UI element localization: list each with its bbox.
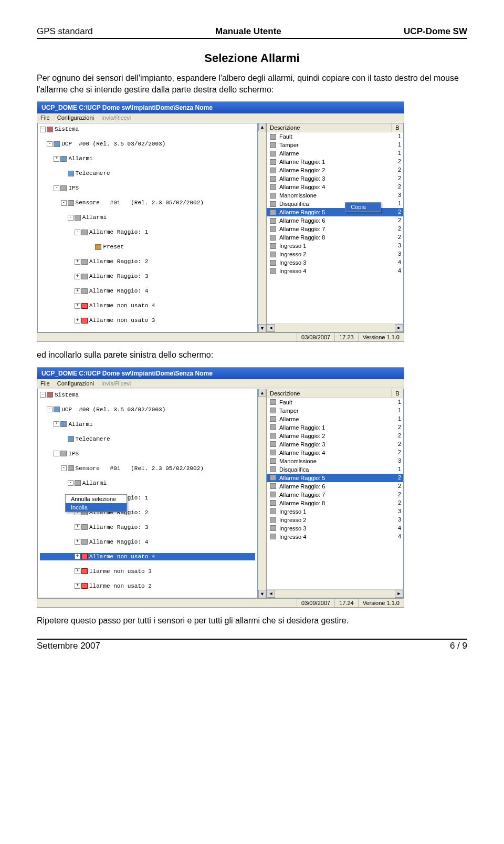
tree-item[interactable]: -Allarmi — [40, 480, 255, 487]
tree-item[interactable]: +Allarme non usato 1 — [40, 597, 255, 598]
tree-item[interactable]: Telecamere — [40, 435, 255, 443]
tree-item[interactable]: -Sistema — [40, 391, 255, 399]
col-b[interactable]: B — [392, 123, 403, 132]
tree-pane[interactable]: -Sistema -UCP #00 (Rel. 3.5 03/02/2003) … — [37, 123, 258, 332]
list-row[interactable]: Manomissione3 — [267, 191, 403, 200]
tree-expand-icon[interactable]: + — [75, 318, 80, 324]
list-row[interactable]: Manomissione3 — [267, 457, 403, 465]
list-row[interactable]: Allarme1 — [267, 149, 403, 158]
tree-item[interactable]: -UCP #00 (Rel. 3.5 03/02/2003) — [40, 406, 255, 413]
tree-expand-icon[interactable]: - — [47, 141, 52, 147]
tree-pane[interactable]: -Sistema -UCP #00 (Rel. 3.5 03/02/2003) … — [37, 389, 258, 598]
tree-expand-icon[interactable]: - — [61, 200, 67, 206]
list-row[interactable]: Allarme Raggio: 62 — [267, 482, 403, 491]
tree-expand-icon[interactable]: + — [54, 156, 59, 162]
tree-item[interactable]: +Allarme Raggio: 3 — [40, 524, 255, 531]
list-row[interactable]: Allarme Raggio: 12 — [267, 423, 403, 432]
tree-item[interactable]: Preset — [40, 243, 255, 251]
tree-item[interactable]: Telecamere — [40, 170, 255, 177]
list-row[interactable]: Ingresso 23 — [267, 516, 403, 524]
tree-item[interactable]: +Allarmi — [40, 155, 255, 162]
list-row[interactable]: Allarme Raggio: 72 — [267, 491, 403, 499]
list-hscroll[interactable]: ◄ ► — [267, 589, 403, 598]
tree-expand-icon[interactable]: - — [40, 392, 46, 398]
ctx-item-annulla[interactable]: Annulla selezione — [66, 495, 127, 503]
list-row[interactable]: Ingresso 23 — [267, 250, 403, 258]
menu-config[interactable]: Configurazioni — [57, 114, 94, 121]
list-row[interactable]: Ingresso 13 — [267, 507, 403, 516]
list-row[interactable]: Disqualifica1 — [267, 465, 403, 474]
tree-item[interactable]: +Allarme Raggio: 2 — [40, 258, 255, 265]
list-row[interactable]: Ingresso 44 — [267, 267, 403, 275]
tree-expand-icon[interactable]: + — [75, 274, 80, 279]
tree-expand-icon[interactable]: - — [75, 230, 80, 235]
tree-expand-icon[interactable]: - — [54, 185, 59, 191]
list-row[interactable]: Allarme Raggio: 62 — [267, 216, 403, 225]
tree-expand-icon[interactable]: + — [75, 259, 80, 265]
list-row[interactable]: Tamper1 — [267, 407, 403, 415]
tree-item[interactable]: +Allarmi — [40, 421, 255, 428]
list-row[interactable]: Allarme Raggio: 52 — [267, 474, 403, 482]
tree-item[interactable]: -Sistema — [40, 126, 255, 133]
list-row[interactable]: Allarme Raggio: 22 — [267, 432, 403, 440]
tree-expand-icon[interactable]: - — [61, 465, 67, 471]
list-row[interactable]: Allarme Raggio: 82 — [267, 233, 403, 242]
list-row[interactable]: Ingresso 44 — [267, 533, 403, 541]
tree-scrollbar[interactable]: ▲ ▼ — [258, 389, 266, 598]
tree-item[interactable]: +Allarme non usato 2 — [40, 331, 255, 332]
tree-item[interactable]: -IPS — [40, 450, 255, 457]
tree-item[interactable]: +Allarme non usato 3 — [40, 317, 255, 324]
tree-item[interactable]: -IPS — [40, 184, 255, 192]
list-row[interactable]: Allarme Raggio: 72 — [267, 225, 403, 233]
tree-item[interactable]: +llarme non usato 3 — [40, 568, 255, 575]
list-row[interactable]: Allarme1 — [267, 415, 403, 423]
tree-expand-icon[interactable]: - — [68, 480, 74, 486]
col-descrizione[interactable]: Descrizione — [267, 123, 392, 132]
tree-item[interactable]: -Allarme Raggio: 1 — [40, 228, 255, 236]
col-b[interactable]: B — [392, 389, 403, 398]
list-row[interactable]: Ingresso 34 — [267, 524, 403, 533]
menu-file[interactable]: File — [40, 114, 50, 121]
list-row[interactable]: Allarme Raggio: 32 — [267, 440, 403, 449]
list-hscroll[interactable]: ◄ ► — [267, 324, 403, 332]
tree-item[interactable]: -Sensore #01 (Rel. 2.3 05/02/2002) — [40, 199, 255, 206]
scroll-left-icon[interactable]: ◄ — [267, 324, 275, 332]
list-row[interactable]: Allarme Raggio: 22 — [267, 166, 403, 174]
tree-item[interactable]: +llarme non usato 2 — [40, 582, 255, 590]
tree-item[interactable]: +Allarme non usato 4 — [40, 553, 255, 560]
tree-expand-icon[interactable]: + — [75, 524, 80, 530]
tree-scrollbar[interactable]: ▲ ▼ — [258, 123, 266, 332]
list-pane[interactable]: Descrizione B Fault1Tamper1Allarme1Allar… — [266, 389, 404, 598]
ctx-item-incolla[interactable]: Incolla — [66, 503, 127, 512]
list-pane[interactable]: Descrizione B Fault1Tamper1Allarme1Allar… — [266, 123, 404, 332]
tree-expand-icon[interactable]: + — [75, 288, 80, 294]
list-row[interactable]: Ingresso 13 — [267, 242, 403, 250]
col-descrizione[interactable]: Descrizione — [267, 389, 392, 398]
tree-expand-icon[interactable]: - — [54, 451, 59, 456]
tree-expand-icon[interactable]: + — [75, 583, 80, 589]
list-row[interactable]: Allarme Raggio: 12 — [267, 158, 403, 166]
context-menu-copy[interactable]: Copia — [345, 202, 381, 212]
list-row[interactable]: Allarme Raggio: 82 — [267, 499, 403, 507]
scroll-down-icon[interactable]: ▼ — [258, 590, 266, 598]
tree-expand-icon[interactable]: + — [75, 554, 80, 559]
list-row[interactable]: Fault1 — [267, 398, 403, 407]
tree-item[interactable]: +Allarme non usato 4 — [40, 302, 255, 309]
menu-config[interactable]: Configurazioni — [57, 380, 94, 387]
tree-expand-icon[interactable]: + — [54, 421, 59, 427]
tree-item[interactable]: +Allarme Raggio: 3 — [40, 273, 255, 280]
tree-item[interactable]: -Sensore #01 (Rel. 2.3 05/02/2002) — [40, 465, 255, 472]
scroll-down-icon[interactable]: ▼ — [258, 324, 266, 332]
ctx-item-copia[interactable]: Copia — [345, 203, 381, 211]
tree-expand-icon[interactable]: + — [75, 303, 80, 309]
tree-expand-icon[interactable]: + — [75, 568, 80, 574]
menu-file[interactable]: File — [40, 380, 50, 387]
list-row[interactable]: Allarme Raggio: 42 — [267, 183, 403, 191]
list-row[interactable]: Fault1 — [267, 132, 403, 141]
scroll-up-icon[interactable]: ▲ — [258, 389, 266, 397]
tree-expand-icon[interactable]: + — [75, 539, 80, 545]
tree-expand-icon[interactable]: - — [68, 215, 74, 221]
tree-item[interactable]: +Allarme Raggio: 4 — [40, 287, 255, 295]
list-row[interactable]: Allarme Raggio: 52 — [267, 208, 403, 216]
menu-invia[interactable]: Invia/Ricevi — [101, 114, 131, 121]
